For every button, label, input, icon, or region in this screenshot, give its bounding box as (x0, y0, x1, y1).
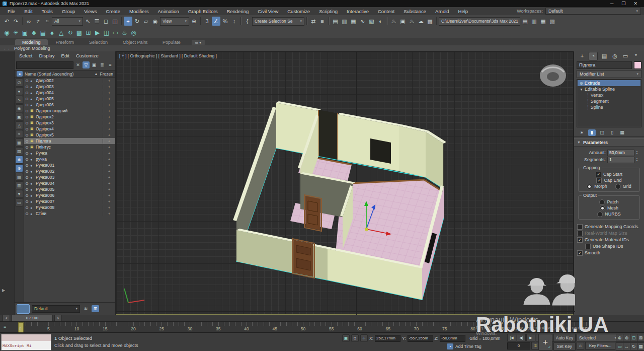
mirror-button[interactable]: ⇄ (309, 17, 317, 26)
tab-populate[interactable]: Populate (155, 39, 188, 45)
visibility-eye-icon[interactable]: ⊙ (25, 109, 30, 113)
maxscript-mini-listener[interactable]: MAXScript Mi (1, 334, 51, 350)
add-layer-button[interactable] (17, 304, 30, 314)
display-cameras-icon[interactable]: ▣ (15, 113, 23, 121)
zoom-extents-all-button[interactable]: ⊠ (637, 334, 644, 342)
undo-button[interactable]: ↶ (3, 17, 11, 26)
table-row[interactable]: ⊙●Ручка008+ (24, 204, 115, 210)
visibility-eye-icon[interactable]: ⊙ (25, 91, 30, 95)
visibility-eye-icon[interactable]: ⊙ (25, 151, 30, 156)
visibility-eye-icon[interactable]: ⊙ (25, 187, 30, 192)
visibility-eye-icon[interactable]: ⊙ (25, 97, 30, 101)
tab-modify-icon[interactable]: ◔ (589, 52, 598, 60)
visibility-eye-icon[interactable]: ⊙ (25, 103, 30, 107)
zoom-all-button[interactable]: ⊛ (623, 334, 630, 342)
tab-display-icon[interactable]: ▭ (621, 52, 629, 60)
filter-icon[interactable]: ▽ (83, 61, 90, 68)
menu-tools[interactable]: Tools (37, 9, 57, 14)
next-key-button[interactable]: > (54, 315, 62, 321)
table-row[interactable]: ⊙●Ручка007+ (24, 198, 115, 204)
table-row[interactable]: ⊙●Ручка002+ (24, 168, 115, 174)
monitor-view-button[interactable]: ▭ (111, 28, 120, 37)
table-row[interactable]: ⊙▣Підлога+ (24, 138, 115, 144)
modifier-stack-item[interactable]: ⊙Extrude (578, 80, 640, 86)
grid-helper-button[interactable]: ⊞ (84, 28, 93, 37)
collapse-list-icon[interactable]: ≡ (107, 61, 114, 68)
notification-bell-button[interactable]: △ (57, 28, 65, 37)
frozen-column-header[interactable]: Frozen (100, 72, 113, 77)
remove-modifier-button[interactable]: ▯ (608, 129, 616, 136)
table-row[interactable]: ⊙▣Плінтус+ (24, 144, 115, 150)
object-name-field[interactable]: Підлога (577, 61, 632, 69)
create-foliage-button[interactable]: ♣ (30, 28, 38, 37)
menu-rendering[interactable]: Rendering (222, 9, 253, 14)
parameter-field[interactable]: 1 (607, 157, 634, 163)
table-row[interactable]: ⊙▣Одвірок вхідний+ (24, 108, 115, 114)
checkbox-row[interactable]: ✓Generate Material IDs (577, 237, 641, 243)
display-all-icon[interactable]: ∅ (15, 79, 23, 87)
checkbox-generate-mapping-coords[interactable] (577, 224, 583, 230)
display-geometry-icon[interactable]: ● (15, 87, 23, 95)
selection-lock-icon[interactable]: ◘ (351, 334, 359, 342)
viewcube-icon[interactable] (540, 64, 566, 87)
render-production-button[interactable]: ♨ (408, 17, 416, 26)
percent-snap-toggle-button[interactable]: % (221, 17, 229, 26)
absolute-offset-icon[interactable]: ⊹ (360, 334, 368, 342)
expand-all-icon[interactable]: ▤ (15, 173, 23, 181)
time-tag-icon[interactable]: ◔ (447, 343, 453, 349)
radio-morph[interactable] (587, 184, 592, 189)
lamp-tool-button[interactable]: ◎ (129, 28, 138, 37)
display-shapes-icon[interactable]: ∿ (15, 96, 23, 104)
modifier-stack-item[interactable]: ┊Segment (578, 98, 640, 104)
display-lights-icon[interactable]: ◉ (15, 104, 23, 112)
display-groups-icon[interactable]: ▦ (15, 138, 23, 147)
layer-grid-icon[interactable]: ⊞ (92, 305, 99, 312)
radio-grid[interactable] (615, 184, 621, 189)
snaps-toggle-button[interactable]: 3 (203, 17, 211, 26)
render-presets-button[interactable]: ▩ (426, 17, 434, 26)
zoom-extents-button[interactable]: ⊡ (630, 334, 637, 342)
toggle-layer-explorer-button[interactable]: ▥ (340, 17, 349, 26)
time-slider[interactable]: 0 / 100 (12, 315, 53, 321)
edit-named-selection-sets-button[interactable]: { (243, 17, 252, 26)
configure-modifier-sets-button[interactable]: ▦ (618, 129, 626, 136)
open-notes-button[interactable]: ▤ (39, 28, 47, 37)
checkbox-row[interactable]: Generate Mapping Coords. (577, 224, 641, 230)
clear-search-icon[interactable]: ✕ (74, 61, 82, 68)
spinner-down-icon[interactable]: ▼ (636, 160, 638, 162)
visibility-eye-icon[interactable]: ⊙ (25, 127, 30, 131)
viewport[interactable]: [ + ] [ Orthographic ] [ Standard ] [ De… (116, 51, 574, 315)
display-helpers-icon[interactable]: △ (15, 121, 23, 129)
radio-row[interactable]: Patch (580, 199, 638, 205)
lock-explorer-icon[interactable]: ▣ (91, 61, 98, 68)
visibility-eye-icon[interactable]: ⊙ (25, 205, 30, 210)
sort-mode-icon[interactable]: ▼ (15, 190, 23, 198)
redo-button[interactable]: ↷ (12, 17, 20, 26)
tab-freeform[interactable]: Freeform (49, 39, 82, 45)
entry-door[interactable] (292, 239, 314, 278)
current-frame-field[interactable]: 0 (507, 342, 530, 349)
object-color-swatch[interactable] (634, 61, 641, 69)
make-unique-button[interactable]: ◫ (598, 129, 606, 136)
visibility-eye-icon[interactable]: ⊙ (25, 163, 30, 168)
visibility-eye-icon[interactable]: ⊙ (25, 133, 30, 137)
layer-dropdown[interactable]: Default ▾ (32, 305, 80, 313)
render-setup-button[interactable]: ♨ (389, 17, 398, 26)
spinner-arrows[interactable]: ▲▼ (636, 151, 638, 155)
menu-create[interactable]: Create (101, 9, 125, 14)
angle-snap-toggle-button[interactable]: ∠ (212, 17, 220, 26)
table-row[interactable]: ⊙●Ручка006+ (24, 192, 115, 198)
visibility-eye-icon[interactable]: ⊙ (25, 212, 30, 216)
import-export-button[interactable]: ▧ (548, 17, 556, 26)
save-plus-button[interactable]: ▦ (539, 17, 547, 26)
explorer-menu-edit[interactable]: Edit (61, 53, 69, 58)
visibility-eye-icon[interactable]: ⊙ (25, 85, 30, 89)
y-coordinate-field[interactable]: -567,355m (408, 335, 433, 342)
checkbox-row[interactable]: Real-World Map Size (577, 230, 641, 236)
table-row[interactable]: ⊙●Двері003+ (24, 84, 115, 90)
ribbon-more-dropdown[interactable]: ▭▾ (192, 40, 205, 45)
spinner-down-icon[interactable]: ▼ (636, 153, 638, 155)
modifier-stack-item[interactable]: ▼Editable Spline (578, 86, 640, 92)
pan-view-button[interactable]: ↔ (623, 342, 630, 350)
checkbox-cap-end[interactable]: ✓ (596, 178, 602, 183)
